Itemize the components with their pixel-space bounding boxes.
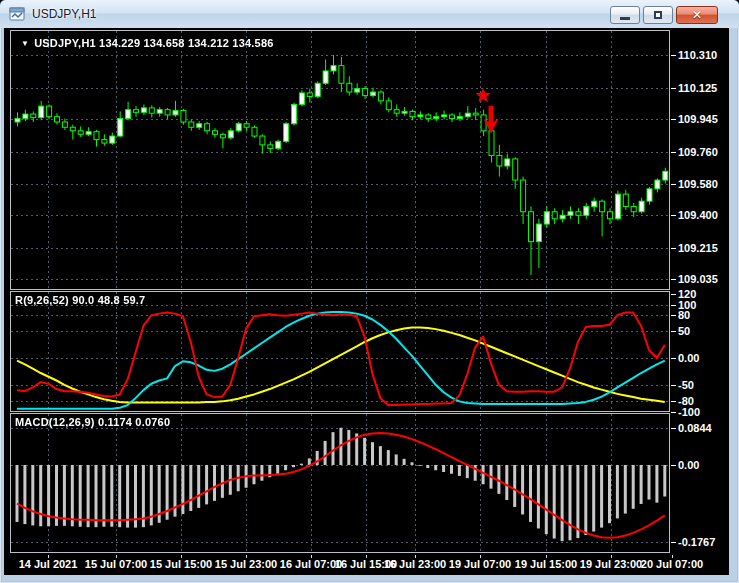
- price-label: 109.400: [678, 209, 718, 221]
- macd-level-label: -0.1767: [678, 536, 715, 548]
- price-label: 109.035: [678, 273, 718, 285]
- oscillator-canvas[interactable]: [11, 292, 669, 411]
- minimize-button[interactable]: [610, 6, 640, 24]
- symbol-legend: ▼USDJPY,H1 134.229 134.658 134.212 134.5…: [21, 37, 274, 49]
- restore-button[interactable]: [643, 6, 673, 24]
- price-chart-panel: ▼USDJPY,H1 134.229 134.658 134.212 134.5…: [10, 30, 670, 290]
- oscillator-legend: R(9,26,52) 90.0 48.8 59.7: [15, 294, 145, 306]
- macd-panel: MACD(12,26,9) 0.1174 0.0760: [10, 413, 670, 553]
- restore-icon: [654, 11, 662, 19]
- oscillator-panel: R(9,26,52) 90.0 48.8 59.7: [10, 291, 670, 412]
- triangle-down-icon[interactable]: ▼: [21, 39, 29, 48]
- osc-level-label: -50: [678, 379, 694, 391]
- chart-window: USDJPY,H1 ✕ ▼USDJPY,H1 134.229 134.658 1…: [0, 0, 739, 583]
- time-label: 20 Jul 07:00: [627, 558, 717, 570]
- price-scale[interactable]: 110.310110.125109.945109.760109.580109.4…: [670, 28, 729, 575]
- chart-client-area: ▼USDJPY,H1 134.229 134.658 134.212 134.5…: [4, 28, 729, 575]
- macd-level-label: 0.0844: [678, 422, 712, 434]
- osc-level-label: 0.00: [678, 352, 699, 364]
- macd-level-label: 0.00: [678, 459, 699, 471]
- symbol-ohlc-text: USDJPY,H1 134.229 134.658 134.212 134.58…: [34, 37, 273, 49]
- window-title: USDJPY,H1: [32, 7, 96, 21]
- macd-legend: MACD(12,26,9) 0.1174 0.0760: [15, 416, 170, 428]
- price-chart-canvas[interactable]: [11, 31, 669, 289]
- close-icon: ✕: [677, 8, 717, 22]
- title-bar[interactable]: USDJPY,H1 ✕: [0, 0, 739, 28]
- chart-icon: [9, 6, 25, 22]
- price-label: 109.580: [678, 178, 718, 190]
- osc-level-label: 50: [678, 325, 690, 337]
- time-axis[interactable]: 14 Jul 202115 Jul 07:0015 Jul 15:0015 Ju…: [4, 555, 729, 575]
- price-label: 109.945: [678, 113, 718, 125]
- osc-level-label: 80: [678, 309, 690, 321]
- macd-canvas[interactable]: [11, 414, 669, 552]
- price-label: 110.310: [678, 49, 717, 61]
- price-label: 109.760: [678, 146, 718, 158]
- price-label: 110.125: [678, 82, 717, 94]
- minimize-icon: [620, 17, 630, 20]
- price-label: 109.215: [678, 242, 718, 254]
- osc-level-label: -100: [678, 406, 700, 418]
- close-button[interactable]: ✕: [676, 6, 718, 24]
